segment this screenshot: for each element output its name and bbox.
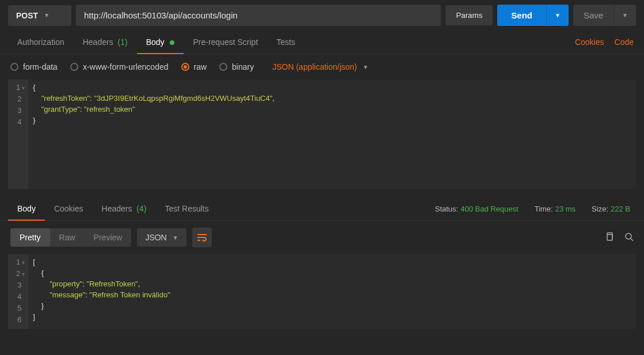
radio-icon	[219, 63, 227, 71]
tab-headers[interactable]: Headers (1)	[74, 31, 137, 54]
tab-tests[interactable]: Tests	[267, 31, 304, 54]
request-body-editor[interactable]: 1▾2 3 4 { "refreshToken": "3dJP3I9EtrKoL…	[8, 80, 636, 189]
save-dropdown[interactable]: ▼	[613, 5, 636, 26]
resp-tab-body[interactable]: Body	[8, 197, 45, 220]
chevron-down-icon: ▼	[555, 12, 561, 18]
tabs-right-actions: Cookies Code	[575, 37, 636, 47]
content-type-value: JSON (application/json)	[272, 62, 357, 71]
modified-dot-icon	[170, 40, 174, 45]
editor-gutter: 1▾2▾3 4 5 6	[8, 254, 28, 329]
response-stats: Status:400 Bad Request Time:23 ms Size:2…	[435, 205, 636, 213]
svg-rect-0	[607, 235, 612, 240]
cookies-link[interactable]: Cookies	[575, 37, 604, 47]
search-button[interactable]	[624, 232, 634, 243]
response-toolbar: Pretty Raw Preview JSON ▼	[0, 221, 644, 254]
copy-icon	[605, 232, 614, 241]
code-link[interactable]: Code	[615, 37, 634, 47]
send-button[interactable]: Send	[497, 5, 546, 26]
method-select[interactable]: POST ▼	[8, 5, 71, 26]
save-button[interactable]: Save	[573, 5, 613, 26]
method-value: POST	[16, 11, 38, 20]
copy-button[interactable]	[605, 232, 614, 243]
resp-tab-headers[interactable]: Headers (4)	[93, 197, 156, 220]
chevron-down-icon: ▼	[173, 235, 178, 241]
radio-raw[interactable]: raw	[181, 62, 207, 71]
chevron-down-icon: ▼	[363, 64, 368, 70]
chevron-down-icon: ▼	[622, 12, 628, 18]
radio-label: x-www-form-urlencoded	[83, 62, 169, 71]
resp-tab-tests[interactable]: Test Results	[155, 197, 218, 220]
tab-label: Headers	[102, 204, 132, 213]
radio-icon	[181, 63, 189, 71]
status-stat: Status:400 Bad Request	[435, 205, 519, 213]
params-button[interactable]: Params	[445, 5, 493, 25]
time-stat: Time:23 ms	[535, 205, 576, 213]
response-view-tabs: Pretty Raw Preview	[10, 228, 131, 247]
body-type-options: form-data x-www-form-urlencoded raw bina…	[0, 54, 644, 80]
response-tabs: Body Cookies Headers (4) Test Results St…	[0, 197, 644, 221]
tab-label: Body	[146, 37, 165, 47]
radio-label: form-data	[23, 62, 58, 71]
radio-formdata[interactable]: form-data	[10, 62, 58, 71]
radio-label: raw	[194, 62, 207, 71]
tab-prerequest[interactable]: Pre-request Script	[184, 31, 267, 54]
radio-icon	[70, 63, 78, 71]
editor-code[interactable]: { "refreshToken": "3dJP3I9EtrKoLqpspRgiM…	[28, 80, 636, 189]
view-raw[interactable]: Raw	[50, 228, 85, 247]
size-stat: Size:222 B	[592, 205, 630, 213]
radio-icon	[10, 63, 18, 71]
url-input[interactable]	[76, 5, 441, 26]
content-type-select[interactable]: JSON (application/json) ▼	[272, 62, 368, 71]
send-dropdown[interactable]: ▼	[546, 5, 569, 26]
response-body-viewer[interactable]: 1▾2▾3 4 5 6 [ { "property": "RefreshToke…	[8, 254, 636, 329]
tab-label: Headers	[83, 37, 113, 47]
headers-count: (4)	[136, 204, 146, 213]
editor-code: [ { "property": "RefreshToken", "message…	[28, 254, 636, 329]
svg-point-1	[626, 233, 631, 239]
request-tabs: Authorization Headers (1) Body Pre-reque…	[0, 31, 644, 54]
tab-body[interactable]: Body	[137, 31, 184, 54]
response-tools-right	[605, 232, 634, 243]
headers-count: (1)	[118, 37, 128, 47]
radio-urlencoded[interactable]: x-www-form-urlencoded	[70, 62, 169, 71]
format-value: JSON	[145, 233, 166, 242]
radio-binary[interactable]: binary	[219, 62, 254, 71]
response-format-select[interactable]: JSON ▼	[137, 228, 186, 247]
wrap-lines-button[interactable]	[192, 228, 212, 247]
view-preview[interactable]: Preview	[85, 228, 132, 247]
radio-label: binary	[232, 62, 254, 71]
chevron-down-icon: ▼	[44, 12, 49, 18]
request-topbar: POST ▼ Params Send ▼ Save ▼	[0, 0, 644, 31]
view-pretty[interactable]: Pretty	[10, 228, 50, 247]
search-icon	[624, 232, 634, 241]
wrap-icon	[197, 233, 207, 241]
tab-authorization[interactable]: Authorization	[8, 31, 74, 54]
editor-gutter: 1▾2 3 4	[8, 80, 28, 189]
resp-tab-cookies[interactable]: Cookies	[45, 197, 93, 220]
